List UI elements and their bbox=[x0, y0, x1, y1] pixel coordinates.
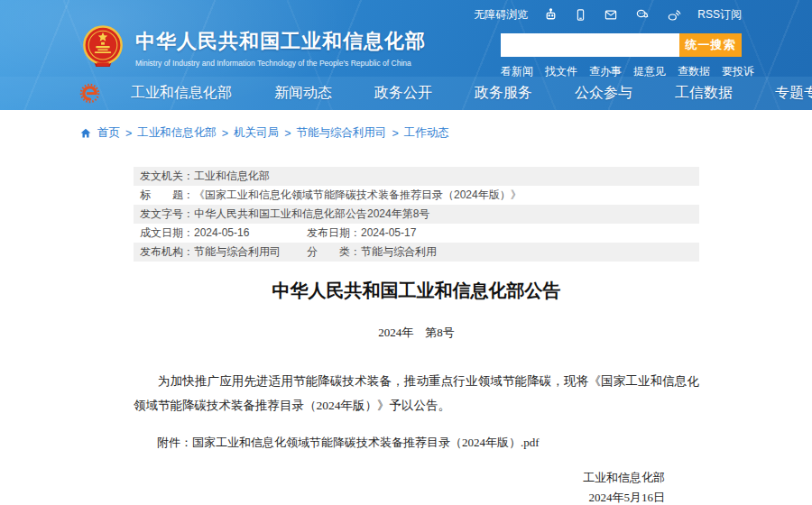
quick-link-files[interactable]: 找文件 bbox=[545, 64, 577, 79]
search-input[interactable] bbox=[501, 33, 679, 57]
signature-date: 2024年5月16日 bbox=[134, 488, 665, 505]
nav-item-gov-info[interactable]: 政务公开 bbox=[374, 84, 432, 103]
main-nav: 工业和信息化部 新闻动态 政务公开 政务服务 公众参与 工信数据 专题专栏 bbox=[0, 77, 812, 110]
weibo-icon[interactable] bbox=[666, 8, 682, 23]
meta-row-dates: 成文日期：2024-05-16 发布日期：2024-05-17 bbox=[134, 224, 699, 243]
signature-block: 工业和信息化部 2024年5月16日 bbox=[134, 468, 699, 505]
accessibility-link[interactable]: 无障碍浏览 bbox=[474, 7, 528, 23]
quick-link-data[interactable]: 查数据 bbox=[678, 64, 710, 79]
robot-icon[interactable] bbox=[543, 7, 558, 23]
quick-link-services[interactable]: 查办事 bbox=[589, 64, 622, 79]
quick-links: 看新闻 找文件 查办事 提意见 查数据 要投诉 bbox=[501, 64, 742, 79]
nav-item-miit[interactable]: 工业和信息化部 bbox=[131, 84, 232, 103]
document-area: 发文机关：工业和信息化部 标 题：《国家工业和信息化领域节能降碳技术装备推荐目录… bbox=[134, 167, 699, 505]
national-emblem-icon bbox=[81, 25, 125, 70]
signature-agency: 工业和信息化部 bbox=[134, 468, 665, 488]
meta-row-publisher-category: 发布机构：节能与综合利用司 分 类：节能与综合利用 bbox=[134, 243, 699, 262]
breadcrumb: 首页 > 工业和信息化部 > 机关司局 > 节能与综合利用司 > 工作动态 bbox=[79, 124, 812, 141]
quick-link-complaint[interactable]: 要投诉 bbox=[722, 64, 754, 79]
breadcrumb-separator: > bbox=[222, 127, 228, 140]
miit-e-logo-icon bbox=[79, 83, 100, 104]
document-meta-table: 发文机关：工业和信息化部 标 题：《国家工业和信息化领域节能降碳技术装备推荐目录… bbox=[134, 167, 699, 262]
announcement-title: 中华人民共和国工业和信息化部公告 bbox=[134, 279, 699, 303]
announcement-body: 为加快推广应用先进适用节能降碳技术装备，推动重点行业领域节能降碳，现将《国家工业… bbox=[134, 369, 699, 418]
quick-link-suggest[interactable]: 提意见 bbox=[633, 64, 666, 79]
mail-icon[interactable] bbox=[603, 8, 619, 22]
utility-bar: 无障碍浏览 RSS订阅 bbox=[474, 7, 742, 23]
breadcrumb-departments[interactable]: 机关司局 bbox=[234, 125, 279, 141]
meta-row-title: 标 题：《国家工业和信息化领域节能降碳技术装备推荐目录（2024年版）》 bbox=[134, 186, 699, 205]
breadcrumb-separator: > bbox=[125, 127, 132, 140]
nav-item-topics[interactable]: 专题专栏 bbox=[775, 84, 812, 103]
rss-link[interactable]: RSS订阅 bbox=[697, 7, 742, 23]
site-brand: 中华人民共和国工业和信息化部 Ministry of Industry and … bbox=[81, 25, 426, 70]
wechat-icon[interactable] bbox=[634, 8, 651, 23]
breadcrumb-energy-dept[interactable]: 节能与综合利用司 bbox=[296, 125, 386, 141]
quick-link-news[interactable]: 看新闻 bbox=[501, 64, 533, 79]
meta-row-issuing-agency: 发文机关：工业和信息化部 bbox=[134, 167, 699, 186]
announcement-issue-number: 2024年 第8号 bbox=[134, 325, 699, 341]
nav-item-participation[interactable]: 公众参与 bbox=[575, 84, 632, 103]
breadcrumb-separator: > bbox=[284, 127, 291, 140]
attachment-link[interactable]: 附件：国家工业和信息化领域节能降碳技术装备推荐目录（2024年版）.pdf bbox=[134, 435, 699, 451]
breadcrumb-home[interactable]: 首页 bbox=[97, 125, 120, 141]
site-header: 无障碍浏览 RSS订阅 bbox=[0, 0, 812, 110]
breadcrumb-miit[interactable]: 工业和信息化部 bbox=[137, 125, 217, 141]
site-title-english: Ministry of Industry and Information Tec… bbox=[135, 59, 426, 68]
search-zone: 统一搜索 看新闻 找文件 查办事 提意见 查数据 要投诉 bbox=[501, 33, 742, 79]
meta-row-doc-number: 发文字号：中华人民共和国工业和信息化部公告2024年第8号 bbox=[134, 205, 699, 224]
breadcrumb-separator: > bbox=[392, 127, 398, 140]
site-title: 中华人民共和国工业和信息化部 bbox=[135, 28, 426, 55]
home-icon[interactable] bbox=[79, 127, 92, 139]
mobile-icon[interactable] bbox=[574, 7, 587, 23]
nav-item-gov-services[interactable]: 政务服务 bbox=[475, 84, 532, 103]
breadcrumb-work-updates[interactable]: 工作动态 bbox=[404, 125, 449, 141]
nav-item-data[interactable]: 工信数据 bbox=[675, 84, 733, 103]
nav-item-news[interactable]: 新闻动态 bbox=[274, 84, 332, 103]
unified-search-button[interactable]: 统一搜索 bbox=[679, 33, 742, 57]
